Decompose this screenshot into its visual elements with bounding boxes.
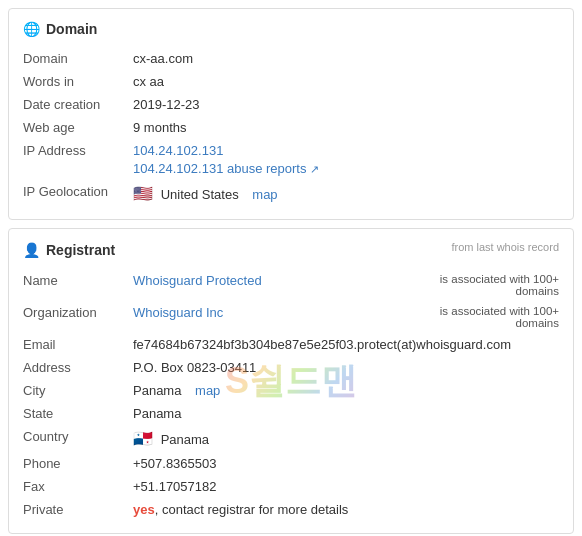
name-value: Whoisguard Protected bbox=[133, 273, 399, 288]
words-value: cx aa bbox=[133, 74, 559, 89]
email-row: Email fe74684b67324bf3b304be87e5e25f03.p… bbox=[23, 333, 559, 356]
geo-value: 🇺🇸 United States map bbox=[133, 184, 559, 203]
ip-link2[interactable]: 104.24.102.131 abuse reports bbox=[133, 161, 306, 176]
ip-link1[interactable]: 104.24.102.131 bbox=[133, 143, 223, 158]
ip-row: IP Address 104.24.102.131 104.24.102.131… bbox=[23, 139, 559, 180]
country-name-reg: Panama bbox=[161, 432, 209, 447]
city-value: Panama map bbox=[133, 383, 559, 398]
name-assoc: is associated with 100+ domains bbox=[399, 273, 559, 297]
org-value: Whoisguard Inc bbox=[133, 305, 399, 320]
registrant-section: S쉴드맨 👤 Registrant from last whois record… bbox=[8, 228, 574, 534]
domain-row: Domain cx-aa.com bbox=[23, 47, 559, 70]
from-last-text: from last whois record bbox=[451, 241, 559, 253]
address-value: P.O. Box 0823-03411 bbox=[133, 360, 559, 375]
date-label: Date creation bbox=[23, 97, 133, 112]
email-label: Email bbox=[23, 337, 133, 352]
private-value: yes, contact registrar for more details bbox=[133, 502, 559, 517]
us-flag: 🇺🇸 bbox=[133, 185, 153, 202]
country-name: United States bbox=[161, 187, 239, 202]
domain-label: Domain bbox=[23, 51, 133, 66]
external-link-icon: ↗ bbox=[310, 163, 319, 175]
state-label: State bbox=[23, 406, 133, 421]
org-link[interactable]: Whoisguard Inc bbox=[133, 305, 223, 320]
country-value: 🇵🇦 Panama bbox=[133, 429, 559, 448]
name-link[interactable]: Whoisguard Protected bbox=[133, 273, 262, 288]
org-label: Organization bbox=[23, 305, 133, 320]
words-label: Words in bbox=[23, 74, 133, 89]
address-row: Address P.O. Box 0823-03411 bbox=[23, 356, 559, 379]
date-value: 2019-12-23 bbox=[133, 97, 559, 112]
org-row: Organization Whoisguard Inc is associate… bbox=[23, 301, 559, 333]
private-label: Private bbox=[23, 502, 133, 517]
domain-value: cx-aa.com bbox=[133, 51, 559, 66]
country-row: Country 🇵🇦 Panama bbox=[23, 425, 559, 452]
email-value: fe74684b67324bf3b304be87e5e25f03.protect… bbox=[133, 337, 559, 352]
private-row: Private yes, contact registrar for more … bbox=[23, 498, 559, 521]
date-row: Date creation 2019-12-23 bbox=[23, 93, 559, 116]
name-label: Name bbox=[23, 273, 133, 288]
city-label: City bbox=[23, 383, 133, 398]
domain-section-title: 🌐 Domain bbox=[23, 21, 559, 37]
geo-label: IP Geolocation bbox=[23, 184, 133, 199]
phone-label: Phone bbox=[23, 456, 133, 471]
web-age-row: Web age 9 months bbox=[23, 116, 559, 139]
state-value: Panama bbox=[133, 406, 559, 421]
fax-value: +51.17057182 bbox=[133, 479, 559, 494]
org-assoc: is associated with 100+ domains bbox=[399, 305, 559, 329]
ip-value: 104.24.102.131 104.24.102.131 abuse repo… bbox=[133, 143, 559, 176]
fax-row: Fax +51.17057182 bbox=[23, 475, 559, 498]
private-yes-text: yes bbox=[133, 502, 155, 517]
city-name: Panama bbox=[133, 383, 181, 398]
phone-row: Phone +507.8365503 bbox=[23, 452, 559, 475]
web-age-label: Web age bbox=[23, 120, 133, 135]
globe-icon: 🌐 bbox=[23, 21, 40, 37]
city-row: City Panama map bbox=[23, 379, 559, 402]
fax-label: Fax bbox=[23, 479, 133, 494]
person-icon: 👤 bbox=[23, 242, 40, 258]
registrant-section-title: 👤 Registrant bbox=[23, 242, 115, 258]
web-age-value: 9 months bbox=[133, 120, 559, 135]
geo-row: IP Geolocation 🇺🇸 United States map bbox=[23, 180, 559, 207]
geo-map-link[interactable]: map bbox=[252, 187, 277, 202]
words-row: Words in cx aa bbox=[23, 70, 559, 93]
panama-flag: 🇵🇦 bbox=[133, 430, 153, 447]
city-map-link[interactable]: map bbox=[195, 383, 220, 398]
country-label: Country bbox=[23, 429, 133, 444]
state-row: State Panama bbox=[23, 402, 559, 425]
ip-label: IP Address bbox=[23, 143, 133, 158]
private-rest-text: , contact registrar for more details bbox=[155, 502, 349, 517]
domain-section: 🌐 Domain Domain cx-aa.com Words in cx aa… bbox=[8, 8, 574, 220]
phone-value: +507.8365503 bbox=[133, 456, 559, 471]
name-row: Name Whoisguard Protected is associated … bbox=[23, 269, 559, 301]
address-label: Address bbox=[23, 360, 133, 375]
